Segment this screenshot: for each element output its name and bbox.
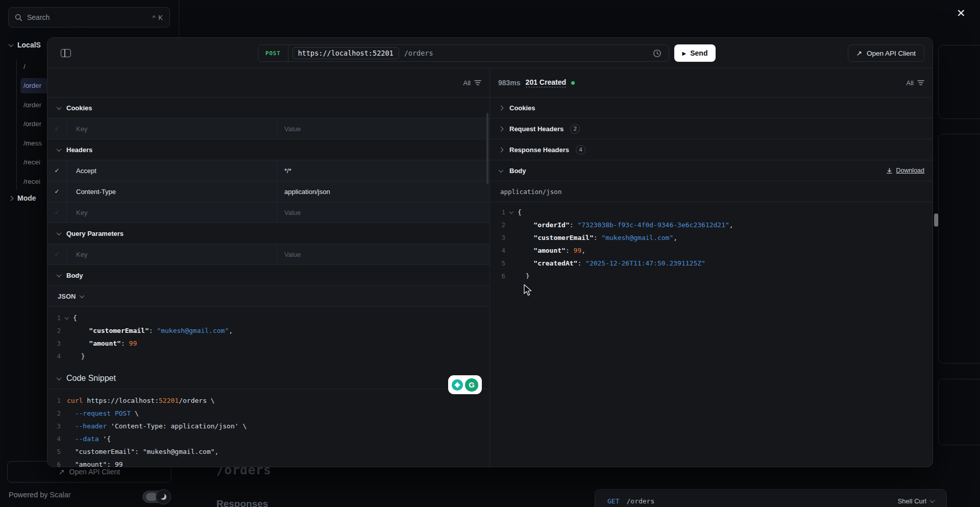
sidebar-group-label: LocalS: [17, 41, 41, 49]
moon-icon: [156, 489, 171, 504]
open-api-client-label: Open API Client: [69, 468, 120, 476]
param-value-input[interactable]: Value: [277, 202, 489, 223]
response-body-label: Body: [509, 167, 526, 175]
dark-mode-toggle[interactable]: [142, 489, 171, 504]
client-select[interactable]: Shell Curl: [898, 497, 934, 505]
sidebar-item-endpoint[interactable]: /recei: [20, 155, 48, 170]
param-row: ✓KeyValue: [47, 118, 489, 139]
row-checkbox[interactable]: ✓: [47, 202, 67, 223]
code-text: "amount": 99: [67, 461, 123, 467]
section-code-snippet[interactable]: Code Snippet Curl: [47, 368, 489, 389]
filter-icon[interactable]: [474, 80, 481, 86]
response-body-viewer[interactable]: 1{2 "orderId": "7323038b-f93c-4f0d-9346-…: [490, 202, 933, 279]
code-line: 4 "amount": 99,: [490, 244, 933, 257]
row-checkbox[interactable]: ✓: [47, 160, 67, 181]
code-line: 4 }: [47, 350, 489, 363]
row-checkbox[interactable]: ✓: [47, 118, 67, 139]
fold-chevron-icon[interactable]: [61, 317, 73, 320]
sidebar-item-endpoint[interactable]: /: [20, 59, 48, 74]
download-button[interactable]: Download: [886, 167, 924, 174]
response-section-label: Response Headers: [509, 146, 569, 154]
response-filter-all[interactable]: All: [906, 79, 914, 87]
row-checkbox[interactable]: ✓: [47, 181, 67, 202]
sidebar-item-endpoint[interactable]: /mess: [20, 135, 48, 151]
section-body[interactable]: Body: [47, 265, 489, 286]
response-status[interactable]: 201 Created: [526, 78, 566, 87]
param-value-input[interactable]: Value: [277, 244, 489, 264]
request-pane-scrollbar[interactable]: [486, 113, 488, 184]
background-card: [938, 45, 980, 119]
sidebar-item-endpoint[interactable]: /recei: [20, 174, 48, 189]
row-checkbox[interactable]: ✓: [47, 244, 67, 264]
open-api-client-top-button[interactable]: ↗ Open API Client: [848, 44, 924, 62]
sidebar-item-endpoint[interactable]: /order: [20, 97, 48, 112]
code-text: --header 'Content-Type: application/json…: [67, 422, 247, 430]
search-input[interactable]: Search ^ K: [8, 7, 170, 28]
code-line: 2 "customerEmail": "mukesh@gmail.com",: [47, 324, 489, 337]
param-key-input[interactable]: Key: [67, 118, 277, 139]
param-key-input[interactable]: Key: [67, 244, 277, 264]
param-row: ✓KeyValue: [47, 202, 489, 223]
server-url-box[interactable]: https://localhost:52201: [292, 47, 399, 59]
responses-heading: Responses: [216, 498, 268, 507]
get-path-label: /orders: [626, 497, 654, 505]
code-text: "orderId": "7323038b-f93c-4f0d-9346-3e6c…: [518, 221, 733, 229]
filter-icon[interactable]: [917, 80, 924, 86]
close-button[interactable]: ✕: [957, 7, 966, 19]
code-text: "customerEmail": "mukesh@gmail.com",: [73, 327, 233, 334]
response-section-response-headers[interactable]: Response Headers4: [490, 139, 933, 160]
line-number: 3: [490, 234, 505, 242]
powered-by-scalar: Powered by Scalar: [9, 491, 71, 499]
method-badge[interactable]: POST: [258, 45, 288, 61]
code-line: 1curl https://localhost:52201/orders \: [47, 394, 489, 407]
code-line: 4 --data '{: [47, 432, 489, 445]
param-value-input[interactable]: application/json: [277, 181, 489, 202]
code-text: --data '{: [67, 435, 111, 443]
grammarly-badge[interactable]: G: [448, 375, 482, 394]
sidebar-toggle-icon[interactable]: [61, 49, 71, 57]
sidebar-item-endpoint[interactable]: /order: [20, 78, 48, 93]
sidebar-item-endpoint[interactable]: /order: [20, 116, 48, 132]
chevron-down-icon: [57, 230, 62, 235]
line-number: 6: [47, 461, 61, 467]
response-section-cookies[interactable]: Cookies: [490, 98, 933, 118]
chevron-down-icon: [57, 375, 62, 380]
param-key-input[interactable]: Key: [67, 202, 277, 223]
sidebar-group-localstack[interactable]: LocalS: [9, 41, 41, 49]
background-card: [938, 379, 980, 445]
param-value-input[interactable]: */*: [277, 160, 489, 181]
client-select-value: Shell Curl: [898, 497, 926, 505]
modal-header: POST https://localhost:52201 /orders ▶ S…: [47, 38, 933, 68]
param-key-input[interactable]: Accept: [67, 160, 277, 181]
history-icon[interactable]: [653, 49, 662, 58]
section-cookies[interactable]: Cookies: [47, 98, 489, 118]
sidebar-item-models[interactable]: Mode: [9, 194, 36, 202]
code-text: "customerEmail": "mukesh@gmail.com",: [518, 234, 677, 242]
request-pane: All Cookies ✓KeyValue Headers ✓Accept*/*…: [47, 68, 490, 467]
section-headers[interactable]: Headers: [47, 139, 489, 160]
response-section-label: Cookies: [509, 104, 535, 112]
line-number: 1: [490, 208, 505, 216]
api-client-modal: POST https://localhost:52201 /orders ▶ S…: [47, 37, 933, 467]
section-query-parameters[interactable]: Query Parameters: [47, 223, 489, 244]
body-format-select[interactable]: JSON: [47, 286, 489, 307]
param-value-input[interactable]: Value: [277, 118, 489, 139]
fold-chevron-icon[interactable]: [505, 211, 518, 214]
body-label: Body: [66, 272, 83, 279]
param-key-input[interactable]: Content-Type: [67, 181, 277, 202]
search-placeholder: Search: [27, 13, 148, 21]
get-orders-endpoint-card[interactable]: GET /orders Shell Curl: [595, 489, 947, 507]
code-text: {: [73, 314, 77, 322]
send-button[interactable]: ▶ Send: [674, 44, 716, 62]
grammarly-g-icon: G: [465, 378, 478, 392]
request-path[interactable]: /orders: [404, 49, 653, 57]
suggestion-bulb-icon: [452, 379, 463, 391]
request-address-bar[interactable]: POST https://localhost:52201 /orders: [258, 44, 669, 62]
request-filter-all[interactable]: All: [463, 79, 471, 87]
line-number: 6: [490, 272, 505, 279]
page-scrollbar-thumb[interactable]: [934, 213, 938, 227]
response-section-request-headers[interactable]: Request Headers2: [490, 118, 933, 139]
line-number: 4: [490, 247, 505, 254]
response-section-body[interactable]: Body Download: [490, 160, 933, 181]
request-body-editor[interactable]: 1{2 "customerEmail": "mukesh@gmail.com",…: [47, 307, 489, 368]
